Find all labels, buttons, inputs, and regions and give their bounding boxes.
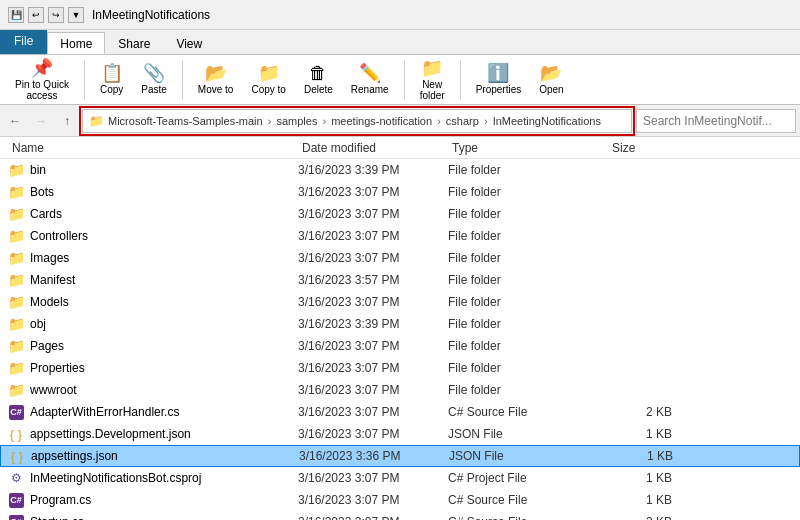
rename-icon: ✏️ bbox=[359, 64, 381, 82]
col-header-size[interactable]: Size bbox=[608, 141, 688, 155]
list-item[interactable]: 📁 Properties 3/16/2023 3:07 PM File fold… bbox=[0, 357, 800, 379]
col-header-type[interactable]: Type bbox=[448, 141, 608, 155]
path-text: Microsoft-Teams-Samples-main › samples ›… bbox=[108, 115, 601, 127]
open-button[interactable]: 📂 Open bbox=[532, 60, 570, 99]
file-name: Models bbox=[30, 295, 298, 309]
file-size: 1 KB bbox=[608, 427, 688, 441]
file-type: C# Source File bbox=[448, 515, 608, 520]
file-name: Pages bbox=[30, 339, 298, 353]
file-type: JSON File bbox=[448, 427, 608, 441]
file-icon: 📁 bbox=[8, 206, 24, 222]
up-button[interactable]: ↑ bbox=[56, 110, 78, 132]
separator-1 bbox=[84, 60, 85, 100]
file-name: Cards bbox=[30, 207, 298, 221]
file-icon: 📁 bbox=[8, 272, 24, 288]
file-date: 3/16/2023 3:57 PM bbox=[298, 273, 448, 287]
file-type: C# Source File bbox=[448, 405, 608, 419]
file-name: obj bbox=[30, 317, 298, 331]
move-icon: 📂 bbox=[205, 64, 227, 82]
tab-home[interactable]: Home bbox=[47, 32, 105, 54]
path-folder-icon: 📁 bbox=[89, 114, 104, 128]
file-name: appsettings.Development.json bbox=[30, 427, 298, 441]
col-header-date[interactable]: Date modified bbox=[298, 141, 448, 155]
file-date: 3/16/2023 3:07 PM bbox=[298, 339, 448, 353]
file-date: 3/16/2023 3:07 PM bbox=[298, 229, 448, 243]
file-name: InMeetingNotificationsBot.csproj bbox=[30, 471, 298, 485]
properties-button[interactable]: ℹ️ Properties bbox=[469, 60, 529, 99]
redo-icon[interactable]: ↪ bbox=[48, 7, 64, 23]
file-type: File folder bbox=[448, 383, 608, 397]
file-name: Manifest bbox=[30, 273, 298, 287]
file-date: 3/16/2023 3:07 PM bbox=[298, 383, 448, 397]
pin-button[interactable]: 📌 Pin to Quickaccess bbox=[8, 55, 76, 105]
new-folder-button[interactable]: 📁 Newfolder bbox=[413, 55, 452, 105]
rename-button[interactable]: ✏️ Rename bbox=[344, 60, 396, 99]
file-list: 📁 bin 3/16/2023 3:39 PM File folder 📁 Bo… bbox=[0, 159, 800, 520]
file-icon: 📁 bbox=[8, 184, 24, 200]
tab-share[interactable]: Share bbox=[105, 32, 163, 54]
search-input[interactable] bbox=[636, 109, 796, 133]
window-controls[interactable]: 💾 ↩ ↪ ▼ bbox=[8, 7, 84, 23]
move-to-button[interactable]: 📂 Move to bbox=[191, 60, 241, 99]
file-type: C# Source File bbox=[448, 493, 608, 507]
delete-button[interactable]: 🗑 Delete bbox=[297, 60, 340, 99]
file-type: File folder bbox=[448, 317, 608, 331]
file-size: 1 KB bbox=[609, 449, 689, 463]
list-item[interactable]: { } appsettings.json 3/16/2023 3:36 PM J… bbox=[0, 445, 800, 467]
delete-icon: 🗑 bbox=[309, 64, 327, 82]
list-item[interactable]: C# AdapterWithErrorHandler.cs 3/16/2023 … bbox=[0, 401, 800, 423]
copy-to-button[interactable]: 📁 Copy to bbox=[244, 60, 292, 99]
list-item[interactable]: 📁 Cards 3/16/2023 3:07 PM File folder bbox=[0, 203, 800, 225]
file-date: 3/16/2023 3:07 PM bbox=[298, 361, 448, 375]
list-item[interactable]: 📁 bin 3/16/2023 3:39 PM File folder bbox=[0, 159, 800, 181]
list-item[interactable]: 📁 Controllers 3/16/2023 3:07 PM File fol… bbox=[0, 225, 800, 247]
list-item[interactable]: 📁 Manifest 3/16/2023 3:57 PM File folder bbox=[0, 269, 800, 291]
list-item[interactable]: 📁 Models 3/16/2023 3:07 PM File folder bbox=[0, 291, 800, 313]
ribbon-commands: 📌 Pin to Quickaccess 📋 Copy 📎 Paste 📂 Mo… bbox=[0, 54, 800, 104]
file-date: 3/16/2023 3:07 PM bbox=[298, 251, 448, 265]
file-type: File folder bbox=[448, 295, 608, 309]
file-date: 3/16/2023 3:07 PM bbox=[298, 471, 448, 485]
file-date: 3/16/2023 3:07 PM bbox=[298, 515, 448, 520]
copy-button[interactable]: 📋 Copy bbox=[93, 60, 130, 99]
list-item[interactable]: 📁 Pages 3/16/2023 3:07 PM File folder bbox=[0, 335, 800, 357]
list-item[interactable]: { } appsettings.Development.json 3/16/20… bbox=[0, 423, 800, 445]
file-date: 3/16/2023 3:07 PM bbox=[298, 295, 448, 309]
list-item[interactable]: 📁 Bots 3/16/2023 3:07 PM File folder bbox=[0, 181, 800, 203]
list-item[interactable]: 📁 obj 3/16/2023 3:39 PM File folder bbox=[0, 313, 800, 335]
tab-file[interactable]: File bbox=[0, 30, 47, 54]
column-headers: Name Date modified Type Size bbox=[0, 137, 800, 159]
undo-icon[interactable]: ↩ bbox=[28, 7, 44, 23]
file-date: 3/16/2023 3:39 PM bbox=[298, 317, 448, 331]
separator-2 bbox=[182, 60, 183, 100]
window-title: InMeetingNotifications bbox=[92, 8, 210, 22]
list-item[interactable]: 📁 wwwroot 3/16/2023 3:07 PM File folder bbox=[0, 379, 800, 401]
file-icon: 📁 bbox=[8, 316, 24, 332]
file-date: 3/16/2023 3:07 PM bbox=[298, 493, 448, 507]
file-icon: { } bbox=[8, 426, 24, 442]
save-icon[interactable]: 💾 bbox=[8, 7, 24, 23]
list-item[interactable]: ⚙ InMeetingNotificationsBot.csproj 3/16/… bbox=[0, 467, 800, 489]
ribbon-tabs: File Home Share View bbox=[0, 30, 800, 54]
file-type: File folder bbox=[448, 185, 608, 199]
col-header-name[interactable]: Name bbox=[8, 141, 298, 155]
back-button[interactable]: ← bbox=[4, 110, 26, 132]
address-path[interactable]: 📁 Microsoft-Teams-Samples-main › samples… bbox=[82, 109, 632, 133]
forward-button[interactable]: → bbox=[30, 110, 52, 132]
file-name: appsettings.json bbox=[31, 449, 299, 463]
file-date: 3/16/2023 3:07 PM bbox=[298, 405, 448, 419]
file-type: File folder bbox=[448, 273, 608, 287]
paste-button[interactable]: 📎 Paste bbox=[134, 60, 174, 99]
list-item[interactable]: C# Startup.cs 3/16/2023 3:07 PM C# Sourc… bbox=[0, 511, 800, 520]
list-item[interactable]: C# Program.cs 3/16/2023 3:07 PM C# Sourc… bbox=[0, 489, 800, 511]
file-size: 2 KB bbox=[608, 405, 688, 419]
file-name: Controllers bbox=[30, 229, 298, 243]
file-icon: 📁 bbox=[8, 162, 24, 178]
menu-icon[interactable]: ▼ bbox=[68, 7, 84, 23]
pin-icon: 📌 bbox=[31, 59, 53, 77]
ribbon: File Home Share View 📌 Pin to Quickacces… bbox=[0, 30, 800, 105]
tab-view[interactable]: View bbox=[163, 32, 215, 54]
file-icon: 📁 bbox=[8, 250, 24, 266]
file-type: File folder bbox=[448, 207, 608, 221]
list-item[interactable]: 📁 Images 3/16/2023 3:07 PM File folder bbox=[0, 247, 800, 269]
